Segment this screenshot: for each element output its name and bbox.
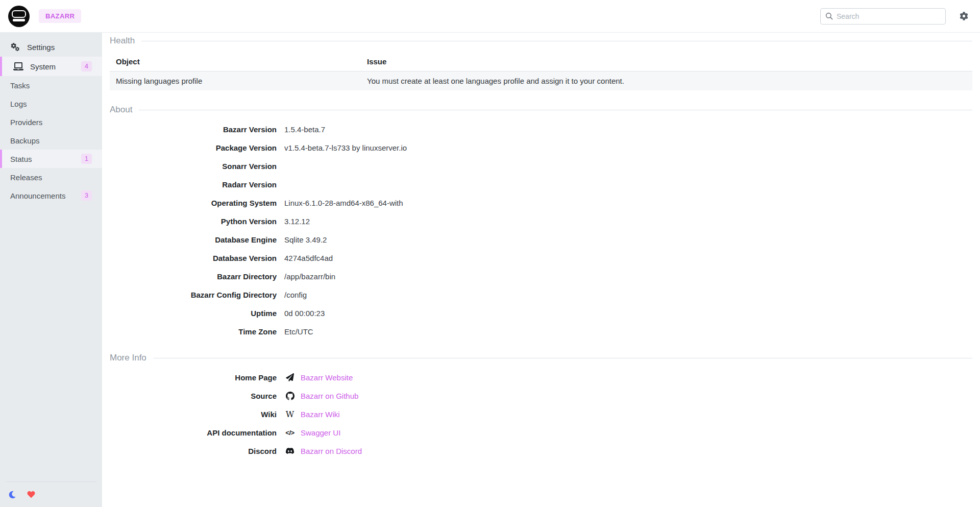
sidebar-item-tasks[interactable]: Tasks <box>0 76 102 94</box>
health-issue-cell: You must create at least one languages p… <box>361 71 972 91</box>
table-row: Missing languages profile You must creat… <box>110 71 972 91</box>
logo-screen-shape <box>12 10 26 18</box>
more-info-row: Source Bazarr on Github <box>110 387 972 405</box>
system-count-badge: 4 <box>81 61 92 71</box>
sidebar-item-label: Backups <box>10 136 40 145</box>
about-row: Bazarr Version 1.5.4-beta.7 <box>110 120 972 138</box>
section-title: Health <box>110 36 135 46</box>
about-row: Operating System Linux-6.1.0-28-amd64-x8… <box>110 194 972 212</box>
about-label: Bazarr Version <box>110 125 277 134</box>
about-label: Sonarr Version <box>110 162 277 171</box>
link-label: Discord <box>110 447 277 455</box>
sidebar-item-logs[interactable]: Logs <box>0 94 102 113</box>
link-label: API documentation <box>110 428 277 437</box>
bazarr-app: BAZARR Settings System 4 <box>0 0 980 507</box>
about-row: Radarr Version <box>110 175 972 194</box>
wikipedia-icon: W <box>284 409 296 419</box>
settings-gear-button[interactable] <box>960 12 968 20</box>
about-value: 0d 00:00:23 <box>284 309 325 318</box>
about-row: Time Zone Etc/UTC <box>110 322 972 341</box>
sidebar-item-label: Settings <box>27 43 55 52</box>
about-label: Python Version <box>110 217 277 226</box>
sidebar-item-label: Tasks <box>10 81 30 90</box>
discord-icon <box>284 447 296 454</box>
sidebar-item-settings[interactable]: Settings <box>0 37 102 57</box>
about-label: Time Zone <box>110 327 277 336</box>
link-label: Wiki <box>110 410 277 419</box>
more-info-rows: Home Page Bazarr Website Source Bazarr o… <box>110 368 972 460</box>
sidebar-item-releases[interactable]: Releases <box>0 168 102 186</box>
about-value: v1.5.4-beta.7-ls733 by linuxserver.io <box>284 143 407 152</box>
heading-rule <box>141 41 972 41</box>
health-section: Health Object Issue Missing languages pr… <box>110 33 972 90</box>
about-label: Database Engine <box>110 235 277 244</box>
moon-icon <box>9 491 16 498</box>
heading-rule <box>153 358 972 358</box>
sidebar-item-label: Releases <box>10 173 42 182</box>
about-value: /app/bazarr/bin <box>284 272 335 281</box>
sidebar-item-backups[interactable]: Backups <box>0 131 102 150</box>
sidebar-item-system[interactable]: System 4 <box>0 57 102 76</box>
table-header-row: Object Issue <box>110 52 972 71</box>
about-row: Sonarr Version <box>110 157 972 175</box>
announcements-count-badge: 3 <box>81 190 92 201</box>
swagger-ui-link[interactable]: Swagger UI <box>301 428 340 437</box>
github-icon <box>284 392 296 400</box>
code-icon: </> <box>284 429 296 437</box>
donate-button[interactable] <box>27 491 35 498</box>
about-heading: About <box>110 105 972 115</box>
about-value: Sqlite 3.49.2 <box>284 235 327 244</box>
sidebar-footer <box>5 481 97 507</box>
about-row: Uptime 0d 00:00:23 <box>110 304 972 322</box>
health-heading: Health <box>110 33 972 46</box>
about-label: Operating System <box>110 199 277 207</box>
section-title: More Info <box>110 353 146 363</box>
more-info-section: More Info Home Page Bazarr Website Sourc… <box>110 353 972 460</box>
sidebar-item-announcements[interactable]: Announcements 3 <box>0 186 102 205</box>
column-header-object: Object <box>110 52 361 71</box>
heart-icon <box>27 491 35 498</box>
more-info-row: API documentation </> Swagger UI <box>110 423 972 442</box>
about-row: Package Version v1.5.4-beta.7-ls733 by l… <box>110 138 972 157</box>
sidebar-item-label: Providers <box>10 118 42 127</box>
about-row: Database Version 4274a5dfc4ad <box>110 249 972 267</box>
bazarr-discord-link[interactable]: Bazarr on Discord <box>301 447 362 455</box>
search-box[interactable] <box>820 8 946 25</box>
search-icon <box>825 12 833 20</box>
gear-icon <box>960 12 968 20</box>
section-title: About <box>110 105 132 115</box>
bazarr-github-link[interactable]: Bazarr on Github <box>301 392 358 400</box>
about-row: Bazarr Config Directory /config <box>110 285 972 304</box>
more-info-heading: More Info <box>110 353 972 363</box>
gears-icon <box>10 43 20 52</box>
link-label: Source <box>110 392 277 400</box>
dark-mode-toggle[interactable] <box>9 491 16 498</box>
column-header-issue: Issue <box>361 52 972 71</box>
sidebar-item-status[interactable]: Status 1 <box>0 150 102 168</box>
more-info-row: Discord Bazarr on Discord <box>110 442 972 460</box>
bazarr-website-link[interactable]: Bazarr Website <box>301 373 353 382</box>
about-row: Database Engine Sqlite 3.49.2 <box>110 230 972 249</box>
about-label: Radarr Version <box>110 180 277 189</box>
about-value: /config <box>284 291 307 299</box>
about-label: Uptime <box>110 309 277 318</box>
about-section: About Bazarr Version 1.5.4-beta.7 Packag… <box>110 105 972 341</box>
about-value: Etc/UTC <box>284 327 313 336</box>
sidebar: Settings System 4 Tasks Logs Providers B… <box>0 33 102 507</box>
about-label: Package Version <box>110 143 277 152</box>
search-input[interactable] <box>837 12 941 20</box>
sidebar-item-label: System <box>30 62 56 71</box>
health-table: Object Issue Missing languages profile Y… <box>110 52 972 90</box>
sidebar-item-providers[interactable]: Providers <box>0 113 102 131</box>
bazarr-logo[interactable] <box>8 6 30 27</box>
link-label: Home Page <box>110 373 277 382</box>
bazarr-wiki-link[interactable]: Bazarr Wiki <box>301 410 340 419</box>
about-value: Linux-6.1.0-28-amd64-x86_64-with <box>284 199 403 207</box>
status-page: Health Object Issue Missing languages pr… <box>102 33 980 507</box>
health-object-cell: Missing languages profile <box>110 71 361 91</box>
about-row: Python Version 3.12.12 <box>110 212 972 230</box>
about-row: Bazarr Directory /app/bazarr/bin <box>110 267 972 285</box>
logo-subtitle-shape <box>13 19 25 21</box>
paper-plane-icon <box>284 373 296 381</box>
laptop-icon <box>13 62 23 70</box>
